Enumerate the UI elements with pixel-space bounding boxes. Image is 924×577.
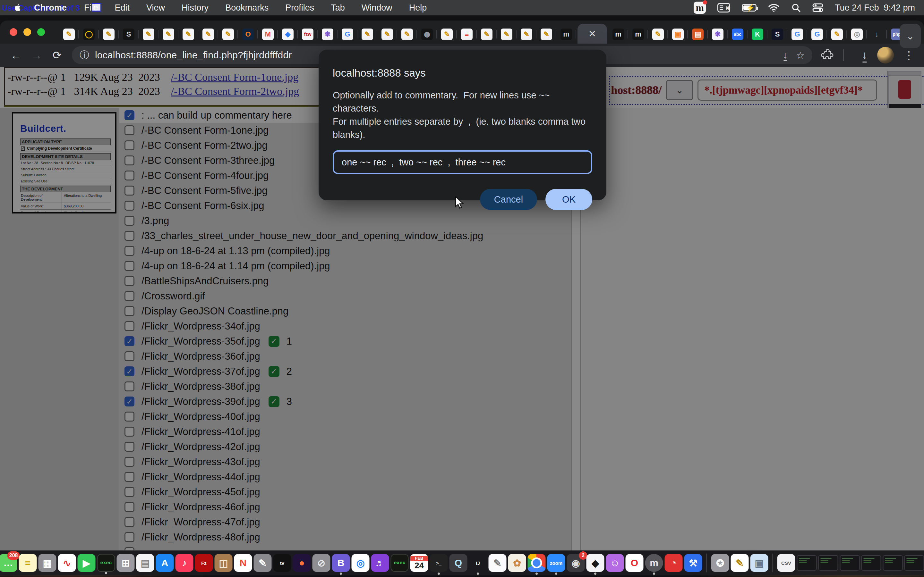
sheet-doc-tab[interactable]: ✎	[497, 25, 517, 44]
close-window-button[interactable]	[10, 28, 17, 36]
menu-item-file[interactable]: File	[76, 0, 107, 15]
back-button[interactable]: ←	[7, 46, 25, 64]
exec-terminal-dock-icon[interactable]: exec	[97, 554, 115, 572]
filezilla-dock-icon[interactable]: Fz	[195, 554, 213, 572]
chrome-dock-icon[interactable]	[528, 554, 546, 572]
apple-menu-icon[interactable]	[10, 3, 25, 13]
color-dots-tab[interactable]: ❋	[318, 25, 338, 44]
sheet-doc-tab[interactable]: ✎	[648, 25, 668, 44]
color-dots-tab[interactable]: ❋	[708, 25, 728, 44]
menu-item-bookmarks[interactable]: Bookmarks	[217, 0, 277, 15]
apple-tv-dock-icon[interactable]: tv	[273, 554, 291, 572]
gmail-tab[interactable]: M	[258, 25, 278, 44]
blue-diamond-tab[interactable]: ◆	[278, 25, 298, 44]
menubar-clock[interactable]: Tue 24 Feb 9:42 pm	[835, 3, 915, 13]
mamp-gray-tab[interactable]: m	[628, 25, 648, 44]
cat-app-dock-icon[interactable]: ☺	[606, 554, 624, 572]
orange-book-tab[interactable]: ▤	[688, 25, 708, 44]
sheet-doc-tab[interactable]: ✎	[198, 25, 218, 44]
minimize-window-button[interactable]	[23, 28, 31, 36]
quicktime-dock-icon[interactable]: Q	[449, 554, 467, 572]
xcode-dock-icon[interactable]: ⚒	[684, 554, 702, 572]
sheet-doc-tab[interactable]: ✎	[218, 25, 238, 44]
menubar-m-app-icon[interactable]: m	[694, 2, 706, 14]
battery-icon[interactable]: ⚡	[742, 4, 756, 11]
menu-item-help[interactable]: Help	[401, 0, 435, 15]
launchpad-dock-icon[interactable]: ▦	[39, 554, 57, 572]
calculator-dock-icon[interactable]: ⊞	[117, 554, 135, 572]
exec-terminal-dock-icon[interactable]: exec	[391, 554, 409, 572]
menu-app-name[interactable]: Chrome	[25, 0, 76, 15]
accessibility-app-dock-icon[interactable]: ✪	[711, 554, 729, 572]
safari-dock-icon[interactable]: ◎	[352, 554, 370, 572]
abc-tab[interactable]: abc	[728, 25, 748, 44]
mamp-gray-tab[interactable]: m	[556, 25, 576, 44]
sheet-doc-tab[interactable]: ✎	[377, 25, 397, 44]
reload-button[interactable]: ⟳	[48, 46, 66, 64]
sheet-doc-tab[interactable]: ✎	[158, 25, 178, 44]
notes-pencil-app-dock-icon[interactable]: ✎	[731, 554, 749, 572]
sheet-doc-tab[interactable]: ✎	[536, 25, 556, 44]
minimized-terminal-window[interactable]	[861, 555, 881, 571]
photos-app-dock-icon[interactable]: ▣	[750, 554, 768, 572]
globe-tab[interactable]: ◍	[417, 25, 437, 44]
profile-avatar[interactable]	[877, 47, 894, 63]
downloads-button[interactable]: ↓	[862, 48, 867, 62]
s-script-tab[interactable]: S	[767, 25, 787, 44]
opera-dock-icon[interactable]: O	[626, 554, 644, 572]
facetime-dock-icon[interactable]: ▶	[78, 554, 95, 572]
libreoffice-dock-icon[interactable]: ▤	[136, 554, 154, 572]
inkscape-dock-icon[interactable]: ◆	[586, 554, 604, 572]
menu-item-edit[interactable]: Edit	[107, 0, 138, 15]
ok-button[interactable]: OK	[545, 189, 592, 210]
red-stripes-tab[interactable]: ≡	[457, 25, 477, 44]
minimized-terminal-window[interactable]	[905, 555, 924, 571]
calendar-dock-icon[interactable]: FEB24	[410, 554, 428, 572]
terminal-dock-icon[interactable]: >_	[430, 554, 448, 572]
minimized-terminal-window[interactable]	[883, 555, 903, 571]
sheet-doc-tab[interactable]: ✎	[357, 25, 377, 44]
prohibited-app-dock-icon[interactable]: ⊘	[312, 554, 330, 572]
sheet-doc-tab[interactable]: ✎	[139, 25, 158, 44]
menu-item-tab[interactable]: Tab	[322, 0, 353, 15]
s-dark-tab[interactable]: S	[119, 25, 139, 44]
messages-dock-icon[interactable]: …208	[0, 554, 17, 572]
sheet-doc-tab[interactable]: ✎	[178, 25, 198, 44]
sheet-doc-tab[interactable]: ✎	[59, 25, 79, 44]
omnibox-download-icon[interactable]: ↓	[783, 50, 788, 61]
notes-dock-icon[interactable]: ≡	[19, 554, 37, 572]
control-center-icon[interactable]	[813, 3, 823, 13]
paint-palette-dock-icon[interactable]: ✿	[508, 554, 526, 572]
music-dock-icon[interactable]: ♪	[176, 554, 194, 572]
menu-item-window[interactable]: Window	[353, 0, 401, 15]
keyboard-switcher-icon[interactable]: ⌘	[717, 3, 730, 13]
k-green-tab[interactable]: K	[748, 25, 767, 44]
google-tab[interactable]: G	[807, 25, 827, 44]
sheet-doc-tab[interactable]: ✎	[517, 25, 536, 44]
chrome-menu-icon[interactable]: ⋮	[903, 49, 914, 61]
o-orange-tab[interactable]: O	[238, 25, 258, 44]
intellij-dock-icon[interactable]: IJ	[469, 554, 487, 572]
menu-item-view[interactable]: View	[138, 0, 173, 15]
google-circle-tab[interactable]: G	[787, 25, 807, 44]
sheet-doc-tab[interactable]: ✎	[477, 25, 497, 44]
dialog-text-input[interactable]	[333, 150, 592, 174]
firefox-dock-icon[interactable]: ●	[293, 554, 311, 572]
news-dock-icon[interactable]: N	[234, 554, 252, 572]
forward-button[interactable]: →	[27, 46, 45, 64]
menu-item-history[interactable]: History	[173, 0, 217, 15]
tab-search-button[interactable]: ⌄	[900, 24, 921, 48]
cancel-button[interactable]: Cancel	[480, 189, 537, 210]
gimp-dock-icon[interactable]: ✎	[254, 554, 272, 572]
wave-app-dock-icon[interactable]: ∿	[58, 554, 76, 572]
minimized-terminal-window[interactable]	[819, 555, 838, 571]
podcasts-dock-icon[interactable]: ♬	[371, 554, 389, 572]
sheet-doc-tab[interactable]: ✎	[827, 25, 847, 44]
mamp-dock-icon[interactable]: m	[645, 554, 663, 572]
minimized-terminal-window[interactable]	[797, 555, 817, 571]
download-tab[interactable]: ↓	[867, 25, 887, 44]
google-tab[interactable]: G	[338, 25, 357, 44]
spotlight-search-icon[interactable]	[791, 3, 801, 13]
sheet-doc-tab[interactable]: ✎	[437, 25, 457, 44]
zoom-window-button[interactable]	[37, 28, 45, 36]
